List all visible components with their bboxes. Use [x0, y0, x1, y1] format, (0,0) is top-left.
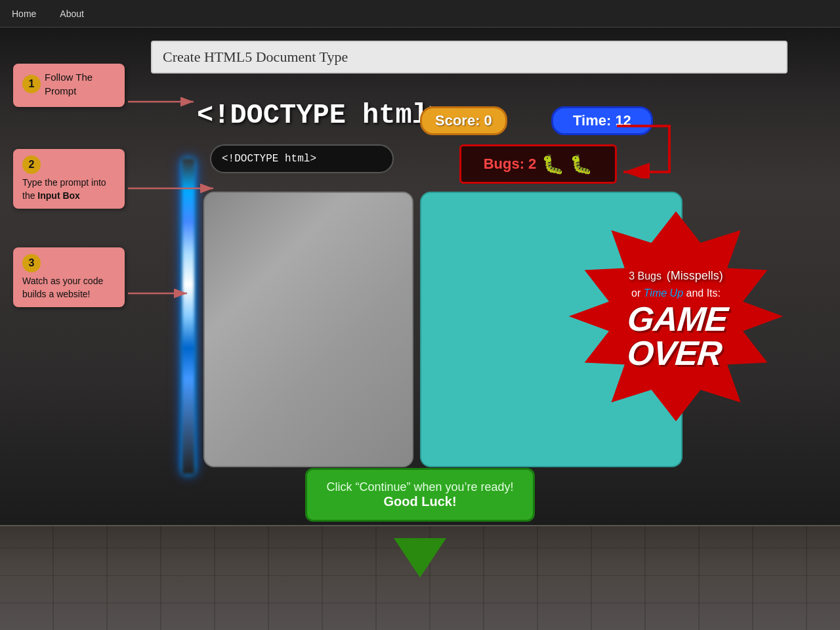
navbar: Home About [0, 0, 840, 28]
bugs-box: Bugs: 2 🐛 🐛 [459, 144, 617, 184]
code-panel [203, 192, 413, 467]
starburst-content: 3 Bugs (Misspells) or Time Up and Its: G… [564, 211, 788, 421]
game-over-text: GAME OVER [581, 302, 770, 370]
card1-arrow [128, 92, 200, 112]
instruction-3-text: Watch as your code builds a website! [22, 275, 116, 301]
continue-button[interactable]: Click “Continue” when you’re ready! Good… [305, 468, 535, 522]
bug-icon-2: 🐛 [570, 154, 593, 175]
doctype-display: <!DOCTYPE html> [197, 100, 445, 131]
instruction-1-title: Follow The Prompt [45, 70, 116, 98]
nav-about[interactable]: About [54, 6, 89, 22]
card3-arrow [128, 284, 194, 303]
input-box[interactable]: <!DOCTYPE html> [210, 144, 394, 173]
card2-arrow [128, 178, 220, 198]
prompt-bar: Create HTML5 Document Type [151, 41, 788, 74]
input-value: <!DOCTYPE html> [222, 153, 316, 165]
game-over-starburst: 3 Bugs (Misspells) or Time Up and Its: G… [564, 211, 788, 421]
input-box-label: Input Box [37, 190, 80, 201]
bug-icon-1: 🐛 [541, 154, 564, 175]
or-time-label: or Time Up and Its: [631, 287, 721, 299]
instruction-card-2: 2 Type the prompt into the Input Box [13, 149, 125, 209]
step-badge-3: 3 [22, 254, 41, 272]
step-badge-2: 2 [22, 156, 41, 174]
instruction-card-1: 1 Follow The Prompt [13, 64, 125, 107]
main-content: Create HTML5 Document Type <!DOCTYPE htm… [0, 28, 840, 630]
score-box: Score: 0 [420, 106, 507, 135]
nav-home[interactable]: Home [7, 6, 41, 22]
continue-text: Click “Continue” when you’re ready! [323, 480, 517, 494]
continue-luck: Good Luck! [323, 494, 517, 509]
down-arrow [394, 538, 446, 578]
prompt-text: Create HTML5 Document Type [163, 49, 348, 66]
bugs-count-label: 3 Bugs (Misspells) [629, 262, 723, 285]
lightning-effect [182, 159, 194, 474]
step-badge-1: 1 [22, 75, 41, 93]
timer-box: Time: 12 [551, 106, 653, 135]
instruction-card-3: 3 Watch as your code builds a website! [13, 247, 125, 307]
bugs-text: Bugs: 2 [484, 156, 537, 173]
